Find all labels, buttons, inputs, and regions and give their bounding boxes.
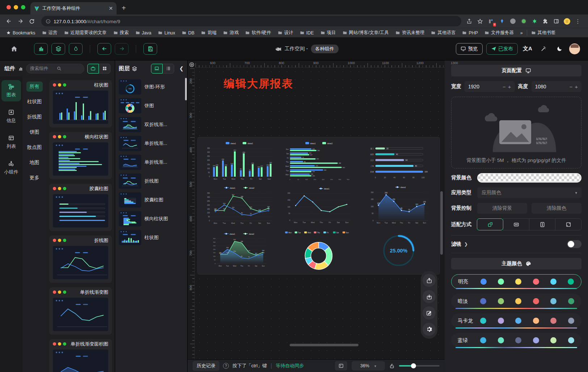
zoom-slider-knob[interactable] <box>411 363 416 368</box>
dashboard-title-text[interactable]: 编辑大屏报表 <box>224 76 293 91</box>
filter-expand-chevron-icon[interactable]: ❯ <box>464 242 468 247</box>
chart-line-gradient[interactable]: data1050100150200MonTueWedThuFriSatSun <box>279 183 358 228</box>
theme-row-蓝绿[interactable]: 蓝绿 <box>451 333 581 348</box>
language-icon[interactable]: 文A <box>521 43 534 55</box>
app-type-select[interactable]: 应用颜色 ▾ <box>477 187 581 198</box>
bookmark-folder[interactable]: PHP <box>459 30 480 35</box>
width-minus-button[interactable]: − <box>503 84 506 90</box>
bookmark-folder[interactable]: Linux <box>155 30 178 35</box>
component-card-单折线渐变图[interactable]: 单折线渐变图 <box>49 287 112 335</box>
bookmark-folder[interactable]: IDE <box>297 30 316 35</box>
bookmark-folder[interactable]: 游戏 <box>220 30 241 36</box>
component-card-横向柱状图[interactable]: 横向柱状图 <box>49 132 112 179</box>
fit-width-button[interactable] <box>503 218 529 230</box>
reload-icon[interactable] <box>27 16 37 26</box>
export-icon[interactable] <box>423 290 436 303</box>
minimize-window-button[interactable] <box>14 5 18 9</box>
zoom-slider[interactable] <box>399 363 440 368</box>
undo-button[interactable] <box>97 43 111 55</box>
page-config-header[interactable]: 页面配置 <box>451 65 581 76</box>
layer-item[interactable]: 双折线渐... <box>119 117 184 132</box>
fit-fullscreen-button[interactable] <box>555 218 581 230</box>
layers-scrollbar[interactable] <box>185 78 187 100</box>
chart-hbar-grouped[interactable]: data1data2050100150200250300350Sun130160… <box>279 139 358 183</box>
component-card-柱状图[interactable]: 柱状图 <box>49 80 112 128</box>
sidebar-nav-小组件[interactable]: 小组件 <box>1 157 21 179</box>
bookmark-folder[interactable]: 近期需要读的文章 <box>62 30 109 36</box>
publish-button[interactable]: 已发布 <box>486 43 518 55</box>
chart-donut[interactable]: MonTueWedThuFriSatSun <box>279 228 358 273</box>
toggle-components-panel-button[interactable] <box>34 43 48 55</box>
share-icon[interactable] <box>466 18 473 25</box>
layer-view-thumbnail-toggle[interactable] <box>151 64 163 74</box>
bookmark-folder[interactable]: 资讯未整理 <box>393 30 427 36</box>
height-plus-button[interactable]: + <box>575 84 578 90</box>
canvas-vertical-scrollbar[interactable] <box>440 191 443 255</box>
new-tab-button[interactable]: + <box>122 4 126 12</box>
chart-progress[interactable]: 25.00% <box>358 228 438 273</box>
layer-item[interactable]: 胶囊柱图 <box>119 192 184 208</box>
layer-item[interactable]: 70%饼图-环形 <box>119 79 184 95</box>
bookmark-folder[interactable]: 运营 <box>39 30 60 36</box>
user-avatar[interactable] <box>569 43 580 54</box>
bookmark-folder[interactable]: 前端 <box>198 30 219 36</box>
extension-grey-icon[interactable] <box>509 18 516 25</box>
layer-view-list-toggle[interactable] <box>163 64 174 74</box>
window-controls[interactable] <box>0 0 30 14</box>
ruler-eye-icon[interactable] <box>188 60 196 68</box>
extension-pin-icon[interactable] <box>498 18 505 25</box>
toggle-config-panel-button[interactable] <box>69 43 83 55</box>
layer-item[interactable]: 单折线渐... <box>119 155 184 170</box>
category-地图[interactable]: 地图 <box>26 158 43 168</box>
save-button[interactable] <box>143 43 157 55</box>
category-散点图[interactable]: 散点图 <box>24 142 45 152</box>
background-upload-dropzone[interactable]: 背景图需小于 5M ， 格式为 png/jpg/gif 的文件 <box>451 97 581 168</box>
bookmarks-root[interactable]: Bookmarks <box>4 30 38 35</box>
category-折线图[interactable]: 折线图 <box>24 112 45 122</box>
import-icon[interactable] <box>423 274 436 287</box>
project-name-badge[interactable]: 各种组件 <box>311 45 339 53</box>
width-plus-button[interactable]: + <box>508 84 511 90</box>
component-card-折线图[interactable]: 折线图 <box>49 235 112 283</box>
filter-toggle[interactable] <box>567 240 581 248</box>
width-value[interactable]: 1920 <box>468 84 500 89</box>
home-icon[interactable] <box>8 43 20 55</box>
bookmark-folder[interactable]: 网站/博客/文章/工具 <box>340 30 391 36</box>
bookmark-folder[interactable]: Java <box>133 30 154 35</box>
back-icon[interactable] <box>4 16 14 26</box>
close-window-button[interactable] <box>7 5 11 9</box>
bookmark-star-icon[interactable] <box>476 18 484 25</box>
side-panel-icon[interactable] <box>553 18 560 25</box>
bookmark-folder[interactable]: 搜索 <box>111 30 131 36</box>
chrome-menu-icon[interactable]: ⋮ <box>574 18 581 25</box>
preview-button[interactable]: 预览 <box>456 43 483 55</box>
component-search[interactable] <box>26 64 84 74</box>
background-color-swatch[interactable] <box>477 173 581 183</box>
extension-green-icon[interactable] <box>520 18 527 25</box>
layer-item[interactable]: 折线图 <box>119 174 184 189</box>
layer-item[interactable]: 柱状图 <box>119 230 184 245</box>
extension-star-icon[interactable] <box>531 18 538 25</box>
bookmark-folder[interactable]: 其他语言 <box>428 30 458 36</box>
chart-capsule[interactable]: 厦门20南阳40北京60上海80新疆100020406080100 <box>358 139 438 183</box>
height-stepper[interactable]: 1080 − + <box>532 81 582 92</box>
dark-mode-moon-icon[interactable] <box>553 43 566 55</box>
toggle-layers-panel-button[interactable] <box>51 43 65 55</box>
dashboard-preview[interactable]: data1data2050100150200250300350120130200… <box>198 137 440 274</box>
chart-line-double[interactable]: data1data2050100150200250300350130130312… <box>199 183 279 228</box>
redo-button[interactable] <box>115 43 129 55</box>
profile-avatar-icon[interactable] <box>563 18 571 25</box>
tab-close-icon[interactable]: ✕ <box>109 5 113 11</box>
fit-scale-button[interactable] <box>477 218 503 230</box>
theme-row-暗淡[interactable]: 暗淡 <box>451 294 581 309</box>
zoom-level-select[interactable]: 36%▾ <box>352 361 385 371</box>
canvas-viewport[interactable]: 编辑大屏报表 data1data205010015020025030035012… <box>196 68 445 359</box>
layer-item[interactable]: 横向柱状图 <box>119 211 184 226</box>
maximize-window-button[interactable] <box>21 5 25 9</box>
url-bar[interactable]: 127.0.0.1:3000/#/chart/home/9 <box>41 16 461 26</box>
other-bookmarks-folder[interactable]: 其他书签 <box>529 30 558 36</box>
sidebar-nav-信息[interactable]: 信息 <box>1 106 21 127</box>
bookmark-folder[interactable]: 设计 <box>275 30 296 36</box>
height-value[interactable]: 1080 <box>535 84 567 89</box>
extensions-puzzle-icon[interactable] <box>542 18 549 25</box>
